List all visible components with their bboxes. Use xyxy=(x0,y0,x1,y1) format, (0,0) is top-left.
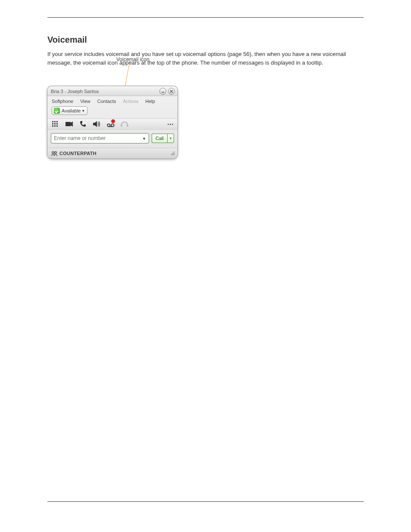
svg-point-21 xyxy=(55,152,56,153)
svg-rect-10 xyxy=(54,125,56,127)
svg-rect-11 xyxy=(56,125,58,127)
section-paragraph: If your service includes voicemail and y… xyxy=(47,50,364,67)
svg-rect-7 xyxy=(54,123,56,124)
presence-selector[interactable]: Available ▾ xyxy=(52,106,87,115)
close-button[interactable] xyxy=(168,88,175,95)
svg-rect-5 xyxy=(56,121,58,122)
dial-input[interactable] xyxy=(51,134,141,143)
svg-marker-14 xyxy=(93,121,97,127)
softphone-window: Bria 3 - Joseph Santos Softphone View Co… xyxy=(47,86,177,159)
svg-rect-19 xyxy=(127,124,128,127)
toolbar xyxy=(47,118,177,130)
dial-row: ▾ Call ▾ xyxy=(47,130,177,148)
headset-icon[interactable] xyxy=(121,121,128,128)
call-button[interactable]: Call xyxy=(152,134,167,143)
window-footer: CounterPath xyxy=(47,148,177,159)
chevron-down-icon[interactable]: ▾ xyxy=(141,136,147,141)
callout-label-voicemail: Voicemail icon xyxy=(116,56,149,62)
speaker-icon[interactable] xyxy=(93,121,101,128)
svg-marker-13 xyxy=(71,121,73,127)
section-heading: Voicemail xyxy=(47,35,364,45)
window-titlebar: Bria 3 - Joseph Santos xyxy=(47,86,177,96)
minimize-button[interactable] xyxy=(159,88,166,95)
menu-view[interactable]: View xyxy=(80,99,90,104)
brand-name: CounterPath xyxy=(59,151,97,156)
call-split-button[interactable]: ▾ xyxy=(167,134,174,143)
horizontal-rule-top xyxy=(47,17,364,18)
svg-rect-12 xyxy=(65,122,71,126)
menu-actions: Actions xyxy=(123,99,138,104)
menu-bar: Softphone View Contacts Actions Help xyxy=(47,96,177,106)
brand-logo: CounterPath xyxy=(51,150,97,157)
menu-help[interactable]: Help xyxy=(145,99,155,104)
counterpath-logo-icon xyxy=(51,150,58,157)
voicemail-icon[interactable] xyxy=(107,121,115,128)
horizontal-rule-bottom xyxy=(47,501,364,502)
svg-point-20 xyxy=(52,152,54,153)
presence-label: Available xyxy=(62,108,81,113)
svg-rect-9 xyxy=(52,125,53,127)
chevron-down-icon: ▾ xyxy=(82,109,84,113)
dial-input-container[interactable]: ▾ xyxy=(51,133,149,143)
svg-point-16 xyxy=(111,124,114,127)
dialpad-icon[interactable] xyxy=(52,121,59,128)
voicemail-badge-icon xyxy=(111,119,115,124)
svg-rect-3 xyxy=(52,121,53,122)
phone-icon[interactable] xyxy=(79,121,87,128)
video-icon[interactable] xyxy=(65,121,73,128)
window-title: Bria 3 - Joseph Santos xyxy=(51,89,99,94)
svg-rect-8 xyxy=(56,123,58,124)
svg-point-15 xyxy=(107,124,110,127)
svg-rect-4 xyxy=(54,121,56,122)
menu-softphone[interactable]: Softphone xyxy=(52,99,73,104)
resize-grip-icon[interactable] xyxy=(171,151,175,156)
svg-rect-6 xyxy=(52,123,53,124)
more-icon[interactable] xyxy=(168,124,173,125)
presence-available-icon xyxy=(54,108,60,114)
svg-rect-18 xyxy=(121,124,122,127)
menu-contacts[interactable]: Contacts xyxy=(97,99,116,104)
